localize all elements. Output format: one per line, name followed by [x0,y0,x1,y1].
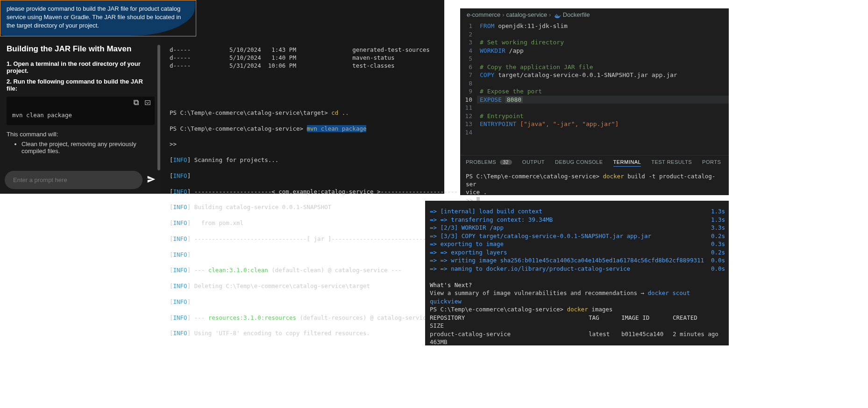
svg-rect-2 [145,101,150,105]
breadcrumbs[interactable]: e-commerce›catalog-service› Dockerfile [460,8,729,22]
scrollbar[interactable] [157,45,160,170]
insert-icon[interactable] [144,99,151,106]
code-line[interactable] [477,30,729,39]
tab-terminal[interactable]: TERMINAL [613,159,641,167]
code-line[interactable]: FROM openjdk:11-jdk-slim [477,22,729,30]
step-2: 2. Run the following command to build th… [7,78,155,92]
svg-rect-4 [556,15,557,16]
step-1: 1. Open a terminal in the root directory… [7,60,155,74]
svg-rect-0 [135,101,139,105]
docker-icon [555,13,561,18]
docker-step: => [3/3] COPY target/catalog-service-0.0… [430,232,725,240]
svg-rect-1 [134,100,138,104]
dir-row: d----- 5/31/2024 10:06 PM test-classes [170,62,440,70]
docker-step: => => exporting layers0.2s [430,248,725,257]
code-block: mvn clean package [7,97,155,125]
whats-next: What's Next? [430,281,725,289]
tab-ports[interactable]: PORTS [702,159,721,167]
tab-debug-console[interactable]: DEBUG CONSOLE [555,159,603,167]
tab-problems[interactable]: PROBLEMS 32 [466,159,512,167]
docker-step: => [internal] load build context1.3s [430,207,725,216]
prompt-input[interactable] [5,171,142,189]
docker-step: => [2/3] WORKDIR /app3.3s [430,224,725,232]
maven-terminal[interactable]: d----- 5/10/2024 1:43 PM generated-test-… [161,0,444,194]
svg-rect-6 [556,14,557,15]
docker-output-terminal[interactable]: => [internal] load build context1.3s=> =… [425,201,729,345]
code-line[interactable]: EXPOSE 8080 [477,96,729,104]
code-line[interactable] [477,55,729,63]
code-line[interactable] [477,128,729,137]
copy-icon[interactable] [133,99,140,106]
code-line[interactable]: # Copy the application JAR file [477,63,729,71]
code-line[interactable]: COPY target/catalog-service-0.0.1-SNAPSH… [477,71,729,79]
code-line[interactable] [477,104,729,112]
docker-step: => => naming to docker.io/library/produc… [430,265,725,273]
dir-row: d----- 5/10/2024 1:43 PM generated-test-… [170,46,440,54]
code-line[interactable]: # Entrypoint [477,112,729,120]
panel-tabs: PROBLEMS 32 OUTPUT DEBUG CONSOLE TERMINA… [460,155,729,169]
code-text: mvn clean package [7,109,155,125]
tab-test-results[interactable]: TEST RESULTS [651,159,692,167]
tab-output[interactable]: OUTPUT [522,159,545,167]
code-line[interactable]: ENTRYPOINT ["java", "-jar", "app.jar"] [477,120,729,128]
docker-step: => exporting to image0.3s [430,240,725,248]
code-line[interactable]: # Expose the port [477,87,729,96]
code-line[interactable] [477,79,729,88]
dir-row: d----- 5/10/2024 1:40 PM maven-status [170,54,440,62]
chat-heading: Building the JAR File with Maven [7,44,155,54]
send-button[interactable] [146,174,157,186]
docker-build-terminal[interactable]: PS C:\Temp\e-commerce\catalog-service> d… [460,169,729,195]
docker-step: => => writing image sha256:b011e45ca1406… [430,256,725,265]
instruction-callout: please provide command to build the JAR … [0,0,195,36]
this-command-will: This command will: [7,131,155,138]
svg-rect-3 [555,15,556,16]
bullet-clean: Clean the project, removing any previous… [21,141,155,155]
editor-body[interactable]: 1234567891011121314 FROM openjdk:11-jdk-… [460,22,729,136]
svg-rect-5 [557,15,558,16]
docker-step: => => transferring context: 39.34MB1.3s [430,216,725,224]
code-line[interactable]: # Set working directory [477,38,729,47]
code-line[interactable]: WORKDIR /app [477,47,729,55]
